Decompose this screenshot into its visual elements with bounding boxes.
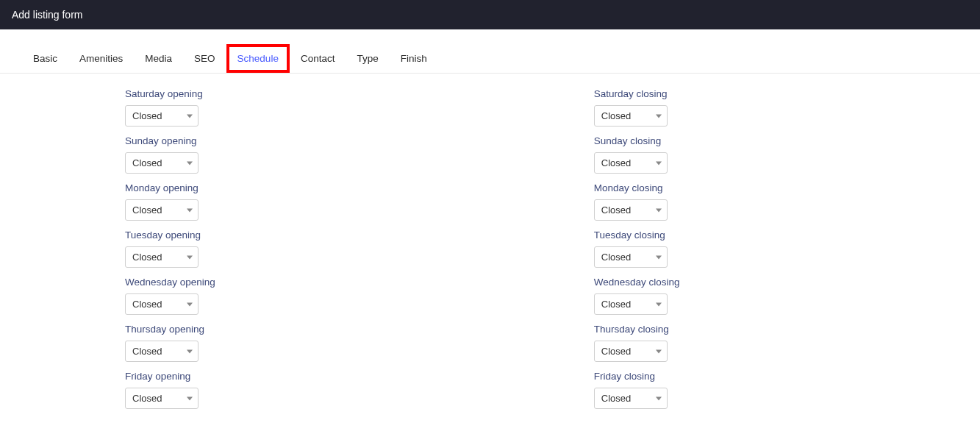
monday-opening-select[interactable]: Closed xyxy=(125,199,198,221)
tuesday-opening-select-wrap: Closed xyxy=(125,246,198,268)
friday-closing-select[interactable]: Closed xyxy=(594,388,668,409)
saturday-closing-label: Saturday closing xyxy=(594,88,958,99)
sunday-opening-label: Sunday opening xyxy=(125,135,594,146)
saturday-opening-select-wrap: Closed xyxy=(125,105,198,127)
saturday-closing-group: Saturday closing Closed xyxy=(594,88,958,127)
monday-opening-label: Monday opening xyxy=(125,182,594,193)
opening-column: Saturday opening Closed Sunday opening C… xyxy=(125,88,594,418)
sunday-closing-label: Sunday closing xyxy=(594,135,958,146)
monday-closing-select-wrap: Closed xyxy=(594,199,668,221)
thursday-opening-label: Thursday opening xyxy=(125,324,594,335)
tuesday-closing-select[interactable]: Closed xyxy=(594,246,668,268)
tabs-row: Basic Amenities Media SEO Schedule Conta… xyxy=(0,44,980,74)
sunday-opening-select-wrap: Closed xyxy=(125,152,198,174)
tab-type[interactable]: Type xyxy=(346,44,389,73)
tab-finish[interactable]: Finish xyxy=(390,44,438,73)
tuesday-opening-group: Tuesday opening Closed xyxy=(125,229,594,268)
wednesday-opening-select-wrap: Closed xyxy=(125,293,198,315)
tuesday-closing-group: Tuesday closing Closed xyxy=(594,229,958,268)
tuesday-closing-select-wrap: Closed xyxy=(594,246,668,268)
monday-closing-label: Monday closing xyxy=(594,182,958,193)
tab-contact[interactable]: Contact xyxy=(290,44,346,73)
wednesday-opening-label: Wednesday opening xyxy=(125,277,594,288)
saturday-closing-select[interactable]: Closed xyxy=(594,105,668,127)
wednesday-closing-label: Wednesday closing xyxy=(594,277,958,288)
tuesday-closing-label: Tuesday closing xyxy=(594,229,958,241)
wednesday-opening-group: Wednesday opening Closed xyxy=(125,277,594,315)
thursday-closing-select-wrap: Closed xyxy=(594,341,668,362)
friday-opening-select-wrap: Closed xyxy=(125,388,198,409)
saturday-opening-select[interactable]: Closed xyxy=(125,105,198,127)
tab-amenities[interactable]: Amenities xyxy=(68,44,134,73)
friday-closing-group: Friday closing Closed xyxy=(594,371,958,409)
thursday-opening-select[interactable]: Closed xyxy=(125,341,198,362)
tab-schedule[interactable]: Schedule xyxy=(226,44,290,73)
friday-opening-label: Friday opening xyxy=(125,371,594,382)
tab-seo[interactable]: SEO xyxy=(183,44,226,73)
saturday-closing-select-wrap: Closed xyxy=(594,105,668,127)
schedule-content: Saturday opening Closed Sunday opening C… xyxy=(0,74,980,440)
wednesday-closing-select[interactable]: Closed xyxy=(594,293,668,315)
closing-column: Saturday closing Closed Sunday closing C… xyxy=(594,88,958,418)
saturday-opening-label: Saturday opening xyxy=(125,88,594,99)
friday-closing-label: Friday closing xyxy=(594,371,958,382)
monday-opening-group: Monday opening Closed xyxy=(125,182,594,221)
thursday-opening-group: Thursday opening Closed xyxy=(125,324,594,362)
friday-opening-select[interactable]: Closed xyxy=(125,388,198,409)
tab-basic[interactable]: Basic xyxy=(22,44,68,73)
wednesday-closing-select-wrap: Closed xyxy=(594,293,668,315)
tab-media[interactable]: Media xyxy=(134,44,183,73)
sunday-closing-select-wrap: Closed xyxy=(594,152,668,174)
tuesday-opening-select[interactable]: Closed xyxy=(125,246,198,268)
monday-closing-select[interactable]: Closed xyxy=(594,199,668,221)
sunday-closing-select[interactable]: Closed xyxy=(594,152,668,174)
thursday-closing-select[interactable]: Closed xyxy=(594,341,668,362)
saturday-opening-group: Saturday opening Closed xyxy=(125,88,594,127)
thursday-closing-group: Thursday closing Closed xyxy=(594,324,958,362)
sunday-opening-select[interactable]: Closed xyxy=(125,152,198,174)
header-bar: Add listing form xyxy=(0,0,980,29)
friday-closing-select-wrap: Closed xyxy=(594,388,668,409)
tuesday-opening-label: Tuesday opening xyxy=(125,229,594,241)
sunday-closing-group: Sunday closing Closed xyxy=(594,135,958,174)
sunday-opening-group: Sunday opening Closed xyxy=(125,135,594,174)
thursday-closing-label: Thursday closing xyxy=(594,324,958,335)
page-title: Add listing form xyxy=(12,9,82,21)
thursday-opening-select-wrap: Closed xyxy=(125,341,198,362)
monday-opening-select-wrap: Closed xyxy=(125,199,198,221)
friday-opening-group: Friday opening Closed xyxy=(125,371,594,409)
wednesday-opening-select[interactable]: Closed xyxy=(125,293,198,315)
monday-closing-group: Monday closing Closed xyxy=(594,182,958,221)
wednesday-closing-group: Wednesday closing Closed xyxy=(594,277,958,315)
